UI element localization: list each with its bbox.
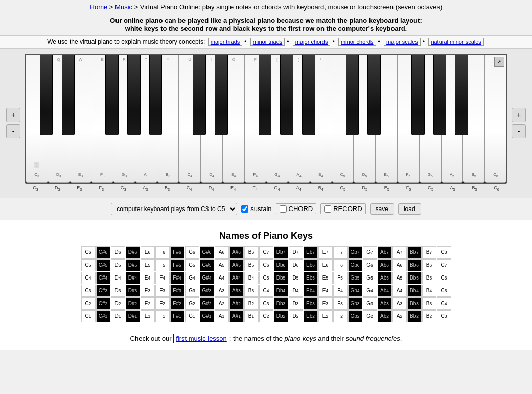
- piano-key-gs4[interactable]: [280, 55, 293, 135]
- key-e4r[interactable]: E4: [141, 272, 155, 284]
- piano-key-ds5[interactable]: [367, 55, 381, 135]
- key-a6r[interactable]: A6: [392, 259, 407, 271]
- key-cs2[interactable]: C#2: [96, 297, 110, 310]
- key-c2rr[interactable]: C2: [259, 310, 273, 322]
- key-f3r[interactable]: F3: [155, 285, 170, 297]
- key-d3r[interactable]: D3: [111, 285, 125, 297]
- right-minus-button[interactable]: -: [512, 124, 526, 138]
- key-gb6[interactable]: Gb6: [348, 259, 362, 271]
- key-g5rr[interactable]: G5: [363, 272, 377, 284]
- left-minus-button[interactable]: -: [6, 124, 20, 138]
- key-a2rr[interactable]: A2: [392, 310, 407, 322]
- key-ds2[interactable]: D#2: [126, 297, 140, 310]
- key-e2rr[interactable]: E2: [318, 310, 333, 322]
- key-as1[interactable]: A#1: [229, 310, 244, 322]
- key-d3rr[interactable]: D3: [289, 297, 303, 310]
- key-d5rr[interactable]: D5: [289, 272, 303, 284]
- key-ds4[interactable]: D#4: [126, 272, 140, 284]
- key-c3r[interactable]: C3: [81, 285, 96, 297]
- key-gs3[interactable]: G#3: [200, 285, 214, 297]
- key-g3r[interactable]: G3: [185, 285, 199, 297]
- key-eb4[interactable]: Eb4: [304, 285, 318, 297]
- key-gs1[interactable]: G#1: [200, 310, 214, 322]
- key-f5r[interactable]: F5: [155, 259, 170, 271]
- piano-key-gs3[interactable]: [127, 55, 141, 135]
- key-f6[interactable]: F6: [155, 246, 170, 259]
- key-f2r[interactable]: F2: [155, 297, 170, 310]
- key-g2r[interactable]: G2: [185, 297, 199, 310]
- home-link[interactable]: Home: [90, 3, 108, 11]
- key-f4rr[interactable]: F4: [333, 285, 348, 297]
- key-eb5[interactable]: Eb5: [304, 272, 318, 284]
- key-e4rr[interactable]: E4: [318, 285, 333, 297]
- music-link[interactable]: Music: [115, 3, 132, 11]
- key-as6[interactable]: A#6: [229, 246, 244, 259]
- key-b4rr[interactable]: B4: [422, 285, 436, 297]
- key-cs1[interactable]: C#1: [96, 310, 110, 322]
- key-e3r[interactable]: E3: [141, 285, 155, 297]
- first-music-lesson-link[interactable]: first music lesson: [173, 334, 229, 343]
- key-gb5[interactable]: Gb5: [348, 272, 362, 284]
- key-c2r[interactable]: C2: [81, 297, 96, 310]
- piano-key-as4[interactable]: [302, 55, 315, 135]
- key-a5r[interactable]: A5: [215, 259, 229, 271]
- key-d4r[interactable]: D4: [111, 272, 125, 284]
- key-gs2[interactable]: G#2: [200, 297, 214, 310]
- key-g6r[interactable]: G6: [363, 259, 377, 271]
- key-db4[interactable]: Db4: [274, 285, 288, 297]
- key-as5[interactable]: A#5: [229, 259, 244, 271]
- key-ab7[interactable]: Ab7: [378, 246, 392, 259]
- piano-key-cs5[interactable]: [346, 55, 359, 135]
- piano-key-ds4[interactable]: [215, 55, 228, 135]
- key-a2r[interactable]: A2: [215, 297, 229, 310]
- key-c5r[interactable]: C5: [81, 259, 96, 271]
- piano-key-as5[interactable]: [455, 55, 468, 135]
- key-c7r[interactable]: C7: [437, 259, 451, 271]
- key-c5rr[interactable]: C5: [259, 272, 273, 284]
- key-d6r[interactable]: D6: [289, 259, 303, 271]
- key-a1r[interactable]: A1: [215, 310, 229, 322]
- key-cs4[interactable]: C#4: [96, 272, 110, 284]
- key-fs4[interactable]: F#4: [170, 272, 184, 284]
- key-fs3[interactable]: F#3: [170, 285, 184, 297]
- key-b3rr[interactable]: B3: [422, 297, 436, 310]
- key-d6[interactable]: D6: [111, 246, 125, 259]
- key-a3rr[interactable]: A3: [392, 297, 407, 310]
- record-label[interactable]: RECORD: [320, 203, 365, 214]
- piano-keyboard[interactable]: ↗ =⬡C3 QD3 WE3 EF3 RG3 TA3 YB3 UC4 ID4 O…: [25, 54, 507, 184]
- key-c4rr[interactable]: C4: [259, 285, 273, 297]
- key-g4r[interactable]: G4: [185, 272, 199, 284]
- piano-key-cs3[interactable]: [40, 55, 53, 135]
- key-bb2[interactable]: Bb2: [407, 310, 422, 322]
- key-g4rr[interactable]: G4: [363, 285, 377, 297]
- piano-key-c6[interactable]: C6: [485, 55, 506, 183]
- key-bb3[interactable]: Bb3: [407, 297, 422, 310]
- key-b4r[interactable]: B4: [244, 272, 259, 284]
- key-eb3[interactable]: Eb3: [304, 297, 318, 310]
- key-e1r[interactable]: E1: [141, 310, 155, 322]
- key-ds6[interactable]: D#6: [126, 246, 140, 259]
- key-c8[interactable]: C8: [437, 246, 451, 259]
- key-c3rr[interactable]: C3: [259, 297, 273, 310]
- key-d2rr[interactable]: D2: [289, 310, 303, 322]
- key-e5r[interactable]: E5: [141, 259, 155, 271]
- key-e6r[interactable]: E6: [318, 259, 333, 271]
- key-bb6[interactable]: Bb6: [407, 259, 422, 271]
- key-g6[interactable]: G6: [185, 246, 199, 259]
- key-ab5[interactable]: Ab5: [378, 272, 392, 284]
- piano-key-fs4[interactable]: [259, 55, 272, 135]
- key-ab4[interactable]: Ab4: [378, 285, 392, 297]
- key-e7[interactable]: E7: [318, 246, 333, 259]
- key-c3rrr[interactable]: C3: [437, 310, 451, 322]
- key-gs5[interactable]: G#5: [200, 259, 214, 271]
- keyboard-range-select[interactable]: computer keyboard plays from C3 to C5 co…: [111, 203, 237, 215]
- sustain-checkbox[interactable]: [241, 205, 248, 213]
- piano-key-fs5[interactable]: [411, 55, 425, 135]
- key-f7[interactable]: F7: [333, 246, 348, 259]
- key-g3rr[interactable]: G3: [363, 297, 377, 310]
- key-gb7[interactable]: Gb7: [348, 246, 362, 259]
- minor-chords-link[interactable]: minor chords: [338, 38, 376, 46]
- key-a7[interactable]: A7: [392, 246, 407, 259]
- key-f5rr[interactable]: F5: [333, 272, 348, 284]
- key-db2[interactable]: Db2: [274, 310, 288, 322]
